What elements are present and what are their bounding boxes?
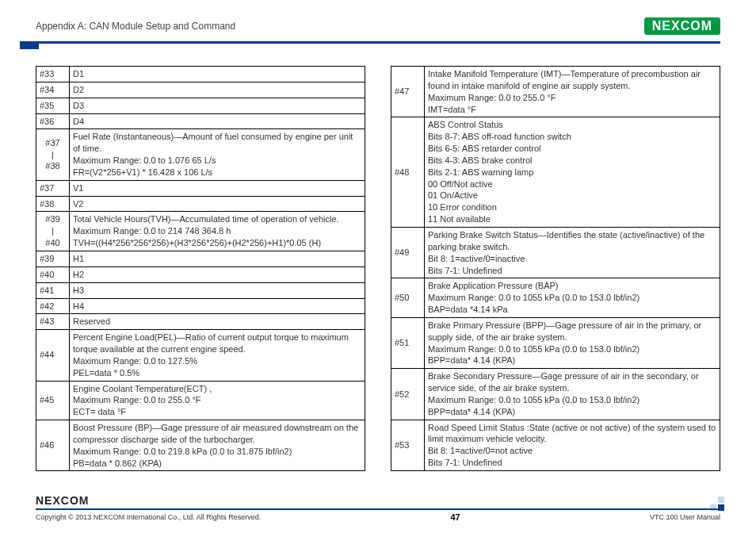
row-description: ABS Control Status Bits 8-7: ABS off-roa…	[425, 117, 720, 228]
row-description: D3	[70, 98, 365, 113]
row-index: #34	[36, 82, 70, 98]
row-index: #45	[36, 381, 70, 420]
row-index: #50	[391, 278, 425, 318]
row-index: #37 | #38	[36, 129, 70, 180]
row-index: #48	[391, 117, 425, 228]
table-row: #39 | #40Total Vehicle Hours(TVH)—Accumu…	[36, 212, 365, 251]
table-row: #52Brake Secondary Pressure—Gage pressur…	[391, 369, 720, 420]
table-row: #47Intake Manifold Temperature (IMT)—Tem…	[391, 67, 720, 117]
row-description: Engine Coolant Temperature(ECT) , Maximu…	[70, 381, 365, 420]
row-index: #47	[391, 67, 425, 117]
table-row: #50Brake Application Pressure (BAP) Maxi…	[391, 278, 720, 318]
table-row: #46Boost Pressure (BP)—Gage pressure of …	[36, 420, 365, 471]
row-index: #39	[36, 251, 70, 266]
row-description: H4	[70, 298, 365, 314]
table-row: #44Percent Engine Load(PEL)—Ratio of cur…	[36, 330, 365, 381]
table-row: #37V1	[36, 180, 365, 196]
table-row: #41H3	[36, 282, 365, 298]
table-row: #33D1	[36, 67, 365, 82]
row-index: #37	[36, 180, 70, 196]
row-description: Reserved	[70, 314, 365, 330]
footer-logo: NEXCOM	[36, 494, 89, 507]
table-row: #45Engine Coolant Temperature(ECT) , Max…	[36, 381, 365, 420]
row-description: D4	[70, 113, 365, 129]
table-row: #37 | #38Fuel Rate (Instantaneous)—Amoun…	[36, 129, 365, 180]
table-row: #51Brake Primary Pressure (BPP)—Gage pre…	[391, 317, 720, 368]
row-description: D2	[70, 82, 365, 98]
table-row: #40H2	[36, 266, 365, 282]
row-index: #42	[36, 298, 70, 314]
row-description: Road Speed Limit Status :State (active o…	[425, 420, 720, 470]
row-index: #33	[36, 67, 70, 82]
manual-name: VTC 100 User Manual	[650, 513, 720, 521]
row-index: #49	[391, 227, 425, 278]
left-table: #33D1#34D2#35D3#36D4#37 | #38Fuel Rate (…	[36, 66, 365, 471]
copyright-text: Copyright © 2013 NEXCOM International Co…	[36, 513, 261, 521]
table-row: #34D2	[36, 82, 365, 98]
row-index: #51	[391, 317, 425, 368]
row-description: Intake Manifold Temperature (IMT)—Temper…	[425, 67, 720, 117]
row-index: #39 | #40	[36, 212, 70, 251]
row-description: V1	[70, 180, 365, 196]
row-index: #44	[36, 330, 70, 381]
right-table: #47Intake Manifold Temperature (IMT)—Tem…	[391, 66, 720, 471]
row-description: D1	[70, 67, 365, 82]
footer-rule	[36, 508, 720, 510]
brand-logo: NEXCOM	[644, 17, 720, 35]
row-index: #41	[36, 282, 70, 298]
table-row: #53Road Speed Limit Status :State (activ…	[391, 420, 720, 470]
row-index: #35	[36, 98, 70, 113]
table-row: #38V2	[36, 196, 365, 212]
row-description: H1	[70, 251, 365, 266]
table-row: #48ABS Control Status Bits 8-7: ABS off-…	[391, 117, 720, 228]
row-description: Brake Primary Pressure (BPP)—Gage pressu…	[425, 317, 720, 368]
row-index: #43	[36, 314, 70, 330]
row-description: H2	[70, 266, 365, 282]
row-index: #53	[391, 420, 425, 470]
row-description: V2	[70, 196, 365, 212]
table-row: #35D3	[36, 98, 365, 113]
row-index: #40	[36, 266, 70, 282]
table-row: #43Reserved	[36, 314, 365, 330]
row-description: Boost Pressure (BP)—Gage pressure of air…	[70, 420, 365, 471]
row-description: Parking Brake Switch Status—Identifies t…	[425, 227, 720, 278]
table-row: #36D4	[36, 113, 365, 129]
row-index: #38	[36, 196, 70, 212]
row-description: Total Vehicle Hours(TVH)—Accumulated tim…	[70, 212, 365, 251]
header-rule	[36, 41, 720, 44]
table-row: #49Parking Brake Switch Status—Identifie…	[391, 227, 720, 278]
row-description: H3	[70, 282, 365, 298]
row-description: Brake Application Pressure (BAP) Maximum…	[425, 278, 720, 318]
row-description: Brake Secondary Pressure—Gage pressure o…	[425, 369, 720, 420]
page-number: 47	[450, 512, 460, 522]
row-description: Percent Engine Load(PEL)—Ratio of curren…	[70, 330, 365, 381]
appendix-title: Appendix A: CAN Module Setup and Command	[36, 21, 235, 32]
row-index: #46	[36, 420, 70, 471]
row-index: #52	[391, 369, 425, 420]
table-row: #39H1	[36, 251, 365, 266]
table-row: #42H4	[36, 298, 365, 314]
row-description: Fuel Rate (Instantaneous)—Amount of fuel…	[70, 129, 365, 180]
row-index: #36	[36, 113, 70, 129]
